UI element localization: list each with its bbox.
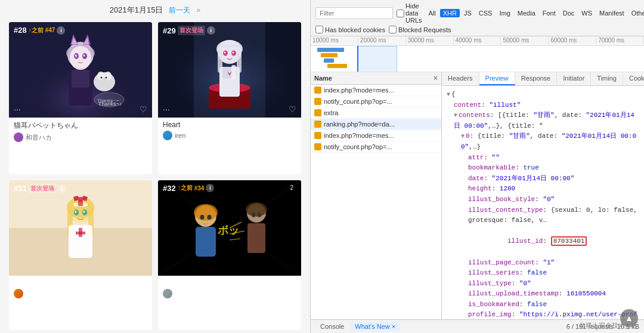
dots-button-28[interactable]: ··· bbox=[14, 104, 21, 114]
blocked-requests-label[interactable]: Blocked Requests bbox=[389, 26, 451, 33]
card-info-29: Heart iren bbox=[158, 118, 301, 143]
ranking-panel: 2021年1月15日 前一天 » bbox=[0, 0, 310, 333]
first-appear-29: 首次登场 bbox=[178, 26, 205, 35]
filter-css[interactable]: CSS bbox=[476, 9, 496, 17]
card-info-31 bbox=[9, 276, 152, 301]
rank-number-29: #29 bbox=[163, 26, 176, 35]
info-icon-29[interactable]: i bbox=[207, 26, 215, 35]
filter-media[interactable]: Media bbox=[515, 9, 538, 17]
card-title-28: 猫耳バペットちゃん bbox=[14, 121, 147, 131]
json-illust-content-type: illust_content_type: {sexual: 0, lo: fal… bbox=[447, 205, 639, 226]
tab-headers[interactable]: Headers bbox=[442, 72, 479, 85]
json-item0: ▼0: {title: "甘雨", date: "2021年01月14日 00:… bbox=[447, 131, 639, 152]
rank-arrow-28: ↑之前 bbox=[29, 26, 44, 35]
info-icon-31[interactable]: i bbox=[58, 184, 66, 193]
timeline-selection bbox=[357, 46, 397, 72]
filter-manifest[interactable]: Manifest bbox=[596, 9, 627, 17]
svg-point-18 bbox=[97, 72, 104, 80]
req-item-5[interactable]: index.php?mode=mes... bbox=[311, 130, 441, 141]
svg-rect-16 bbox=[72, 70, 89, 88]
toolbar-row1: Hide data URLs All XHR JS CSS Img Media … bbox=[315, 2, 639, 24]
hide-data-urls-checkbox[interactable]: Hide data URLs bbox=[397, 2, 422, 24]
tab-cookies[interactable]: Cookies bbox=[623, 72, 644, 85]
timeline-area: 10000 ms 20000 ms 30000 ms 40000 ms 5000… bbox=[311, 36, 644, 72]
req-icon-6 bbox=[314, 143, 321, 150]
json-illust-series: illust_series: false bbox=[447, 268, 639, 279]
req-item-2[interactable]: notify_count.php?op=... bbox=[311, 96, 441, 107]
has-blocked-cookies-check[interactable] bbox=[315, 26, 323, 33]
svg-point-65 bbox=[194, 204, 218, 221]
rank-card-28[interactable]: Thanks~♪ Thanks~∽ #28 ↑之前 #47 i ··· ♡ 猫耳… bbox=[9, 22, 152, 174]
svg-point-38 bbox=[233, 52, 234, 54]
tab-response[interactable]: Response bbox=[515, 72, 558, 85]
req-item-3[interactable]: extra bbox=[311, 107, 441, 119]
devtools-panel: Hide data URLs All XHR JS CSS Img Media … bbox=[310, 0, 644, 333]
rank-card-31[interactable]: #31 首次登场 i bbox=[9, 180, 152, 331]
filter-ws[interactable]: WS bbox=[578, 9, 595, 17]
author-avatar-32 bbox=[163, 289, 172, 298]
json-is-bookmarked: is_bookmarked: false bbox=[447, 300, 639, 310]
filter-all[interactable]: All bbox=[426, 9, 439, 17]
json-contents: ▼contents: [{title: "甘雨", date: "2021年01… bbox=[447, 110, 639, 131]
json-illust-upload: illust_upload_timestamp: 1610550004 bbox=[447, 289, 639, 300]
rank-card-29[interactable]: ♥ bbox=[158, 22, 301, 174]
detail-content: ▼{ content: "illust" ▼contents: [{title:… bbox=[442, 86, 644, 319]
info-icon-32[interactable]: i bbox=[206, 184, 214, 192]
rank-prev-28: #47 bbox=[45, 27, 55, 33]
panel-content: Name × index.php?mode=mes... notify_coun… bbox=[311, 72, 644, 319]
card-image-29: ♥ bbox=[158, 22, 301, 118]
author-avatar-29 bbox=[163, 131, 172, 140]
hide-data-urls-check[interactable] bbox=[397, 10, 404, 17]
req-name-3: extra bbox=[324, 109, 438, 116]
first-appear-31: 首次登场 bbox=[29, 184, 56, 193]
filter-js[interactable]: JS bbox=[461, 9, 475, 17]
net-bar-4 bbox=[327, 64, 348, 68]
json-content: content: "illust" bbox=[447, 100, 639, 111]
tick-10000: 10000 ms bbox=[311, 36, 358, 45]
prev-day-link[interactable]: 前一天 bbox=[169, 5, 190, 16]
dots-button-29[interactable]: ··· bbox=[163, 104, 170, 114]
filter-input[interactable] bbox=[315, 7, 393, 19]
req-icon-4 bbox=[314, 121, 321, 128]
req-item-6[interactable]: notify_count.php?op=... bbox=[311, 141, 441, 153]
tab-initiator[interactable]: Initiator bbox=[557, 72, 591, 85]
filter-img[interactable]: Img bbox=[496, 9, 513, 17]
info-icon-28[interactable]: i bbox=[57, 26, 65, 35]
rank-card-32[interactable]: ボッ #32 ↑之前 #34 i bbox=[158, 180, 301, 331]
tab-whats-new[interactable]: What's New × bbox=[350, 322, 400, 331]
blocked-requests-check[interactable] bbox=[389, 26, 397, 33]
filter-doc[interactable]: Doc bbox=[560, 9, 578, 17]
heart-button-29[interactable]: ♡ bbox=[289, 104, 296, 114]
tab-timing[interactable]: Timing bbox=[591, 72, 623, 85]
req-item-1[interactable]: index.php?mode=mes... bbox=[311, 85, 441, 96]
req-list-header: Name × bbox=[311, 72, 441, 85]
net-bar-3 bbox=[324, 58, 334, 63]
req-icon-1 bbox=[314, 87, 321, 94]
filter-font[interactable]: Font bbox=[540, 9, 559, 17]
svg-point-20 bbox=[101, 77, 103, 79]
rank-number-28: #28 bbox=[14, 26, 27, 35]
rank-badge-28: #28 ↑之前 #47 i bbox=[14, 26, 65, 35]
has-blocked-cookies-label[interactable]: Has blocked cookies bbox=[315, 26, 385, 33]
svg-point-54 bbox=[83, 211, 85, 213]
ranking-grid: Thanks~♪ Thanks~∽ #28 ↑之前 #47 i ··· ♡ 猫耳… bbox=[0, 19, 310, 333]
tab-console[interactable]: Console bbox=[315, 322, 349, 331]
date-arrow: » bbox=[196, 6, 200, 14]
svg-point-19 bbox=[104, 72, 112, 80]
tick-50000: 50000 ms bbox=[501, 36, 549, 45]
card-title-31 bbox=[14, 279, 147, 287]
filter-xhr[interactable]: XHR bbox=[440, 9, 460, 17]
json-profile-img: profile_img: "https://i.pximg.net/user-p… bbox=[447, 310, 639, 319]
bottom-tabs: Console What's New × bbox=[315, 322, 400, 331]
svg-rect-41 bbox=[231, 65, 236, 80]
heart-button-28[interactable]: ♡ bbox=[140, 104, 147, 114]
svg-rect-68 bbox=[196, 227, 216, 257]
req-item-4[interactable]: ranking.php?mode=da... bbox=[311, 119, 441, 130]
tick-70000: 70000 ms bbox=[596, 36, 644, 45]
json-illust-type: illust_type: "0" bbox=[447, 279, 639, 289]
tab-preview[interactable]: Preview bbox=[479, 72, 515, 85]
multi-badge-32: 2 bbox=[287, 184, 296, 192]
watermark: @稀土掘金技术社区 bbox=[579, 321, 638, 330]
close-preview-x[interactable]: × bbox=[434, 74, 438, 82]
filter-other[interactable]: Other bbox=[628, 9, 644, 17]
